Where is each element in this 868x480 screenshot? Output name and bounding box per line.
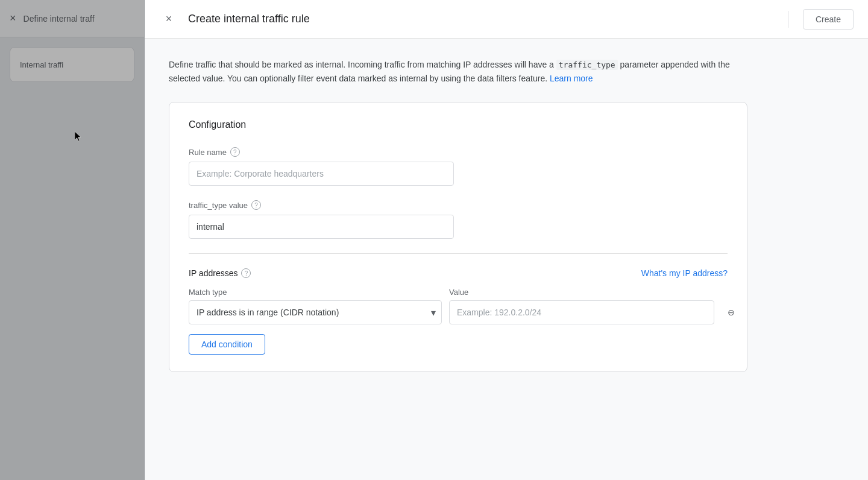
ip-section-title: IP addresses ?	[189, 268, 251, 278]
rule-name-field-group: Rule name ?	[189, 147, 728, 186]
configuration-card: Configuration Rule name ? traffic_type v…	[169, 102, 747, 372]
traffic-type-help-icon[interactable]: ?	[251, 200, 261, 210]
value-label: Value	[449, 288, 714, 297]
close-icon: ×	[166, 13, 172, 25]
learn-more-link[interactable]: Learn more	[550, 74, 593, 83]
remove-icon: ⊖	[728, 308, 735, 317]
description-text: Define traffic that should be marked as …	[169, 58, 747, 85]
traffic-type-input[interactable]	[189, 215, 454, 239]
modal-body: Define traffic that should be marked as …	[145, 39, 868, 480]
header-divider	[788, 11, 788, 28]
rule-name-label: Rule name ?	[189, 147, 728, 157]
config-title: Configuration	[189, 119, 728, 130]
create-button[interactable]: Create	[803, 9, 854, 30]
traffic-type-code: traffic_type	[556, 60, 618, 70]
modal-title: Create internal traffic rule	[188, 13, 773, 25]
value-col: Value	[449, 288, 714, 324]
match-type-select[interactable]: IP address is in range (CIDR notation)IP…	[189, 300, 442, 324]
match-type-select-wrapper: IP address is in range (CIDR notation)IP…	[189, 300, 442, 324]
ip-section-header: IP addresses ? What's my IP address?	[189, 268, 728, 278]
match-condition-row: Match type IP address is in range (CIDR …	[189, 288, 728, 324]
value-input[interactable]	[449, 300, 714, 324]
traffic-type-label: traffic_type value ?	[189, 200, 728, 210]
add-condition-button[interactable]: Add condition	[189, 334, 265, 355]
modal-dialog: × Create internal traffic rule Create De…	[145, 0, 868, 480]
section-divider	[189, 253, 728, 254]
match-type-col: Match type IP address is in range (CIDR …	[189, 288, 442, 324]
rule-name-input[interactable]	[189, 162, 454, 186]
match-type-label: Match type	[189, 288, 442, 297]
traffic-type-field-group: traffic_type value ?	[189, 200, 728, 239]
ip-help-icon[interactable]: ?	[241, 268, 251, 278]
modal-close-button[interactable]: ×	[159, 10, 178, 29]
whats-my-ip-link[interactable]: What's my IP address?	[641, 268, 728, 278]
remove-condition-button[interactable]: ⊖	[722, 303, 741, 322]
rule-name-help-icon[interactable]: ?	[230, 147, 240, 157]
modal-header: × Create internal traffic rule Create	[145, 0, 868, 39]
